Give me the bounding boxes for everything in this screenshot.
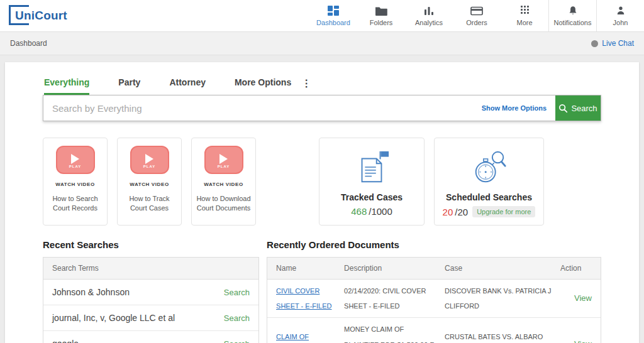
nav-item-more[interactable]: More bbox=[501, 0, 548, 31]
ordered-documents-section: Recently Ordered Documents Name Descript… bbox=[267, 239, 601, 343]
user-icon bbox=[615, 6, 626, 16]
search-button-label: Search bbox=[571, 104, 597, 113]
ordered-documents-header-row: Name Description Case Action bbox=[267, 258, 601, 280]
bell-icon bbox=[567, 6, 579, 16]
column-header-case: Case bbox=[445, 264, 555, 273]
video-card-title: How to Track Court Cases bbox=[121, 194, 178, 214]
cards-row: PLAY WATCH VIDEO How to Search Court Rec… bbox=[43, 138, 601, 226]
tab-everything[interactable]: Everything bbox=[44, 77, 89, 95]
column-header-action: Action bbox=[560, 264, 592, 273]
table-row: CIVIL COVER SHEET - E-FILED 02/14/2020: … bbox=[267, 280, 601, 318]
tracked-cases-count: 468 /1000 bbox=[351, 206, 392, 217]
scheduled-searches-title: Scheduled Searches bbox=[446, 192, 532, 202]
tab-party[interactable]: Party bbox=[118, 77, 140, 95]
nav-item-folders[interactable]: Folders bbox=[357, 0, 405, 31]
dashboard-grid-icon bbox=[328, 6, 339, 16]
document-description-cell: MONEY CLAIM OF PLAINTIFF FOR $1,500.00 F… bbox=[344, 322, 440, 343]
logo-text: UniCourt bbox=[15, 9, 67, 23]
live-chat-button[interactable]: Live Chat bbox=[591, 39, 634, 48]
play-button-icon[interactable]: PLAY bbox=[130, 146, 169, 174]
nav-label: Orders bbox=[466, 19, 487, 26]
view-link[interactable]: View bbox=[574, 293, 592, 303]
tracked-used: 468 bbox=[351, 206, 367, 217]
document-action-cell: View bbox=[560, 290, 592, 308]
cards-spacer bbox=[265, 138, 309, 226]
kebab-menu-icon[interactable]: ⋮ bbox=[301, 77, 311, 95]
table-row: CLAIM OF PLAINTIFF MONEY CLAIM OF PLAINT… bbox=[267, 318, 601, 343]
search-input[interactable] bbox=[43, 95, 482, 121]
column-header-name: Name bbox=[276, 264, 339, 273]
table-row: google Search bbox=[43, 331, 258, 343]
ordered-documents-title: Recently Ordered Documents bbox=[267, 239, 601, 250]
ordered-documents-table: Name Description Case Action CIVIL COVER… bbox=[267, 257, 601, 343]
top-navigation: UniCourt Dashboard Folders bbox=[0, 0, 644, 31]
search-term: google bbox=[52, 339, 79, 343]
nav-label: Folders bbox=[370, 19, 393, 26]
show-more-options-link[interactable]: Show More Options bbox=[482, 104, 547, 112]
play-label: PLAY bbox=[69, 165, 81, 168]
search-bar: Show More Options Search bbox=[43, 95, 601, 121]
tracked-limit: /1000 bbox=[369, 206, 392, 217]
unicourt-dashboard-page: UniCourt Dashboard Folders bbox=[0, 0, 644, 343]
tracked-cases-card[interactable]: Tracked Cases 468 /1000 bbox=[319, 138, 425, 226]
search-button[interactable]: Search bbox=[555, 95, 601, 121]
recent-searches-section: Recent Searches Search Terms Johnson & J… bbox=[43, 239, 259, 343]
play-triangle-icon bbox=[71, 154, 79, 164]
tab-attorney[interactable]: Attorney bbox=[169, 77, 206, 95]
scheduled-searches-card[interactable]: Scheduled Searches 20 /20 Upgrade for mo… bbox=[434, 138, 544, 226]
video-card-track-cases[interactable]: PLAY WATCH VIDEO How to Track Court Case… bbox=[117, 138, 182, 226]
main-area: Everything Party Attorney More Options ⋮… bbox=[0, 55, 644, 343]
play-label: PLAY bbox=[143, 165, 155, 168]
search-again-link[interactable]: Search bbox=[224, 313, 250, 323]
upgrade-for-more-button[interactable]: Upgrade for more bbox=[472, 206, 535, 217]
column-header-description: Description bbox=[344, 264, 440, 273]
document-case-cell: CRUSTAL BATES VS. ALBARO LOPEZ DBA AL'S … bbox=[445, 329, 555, 343]
bottom-section: Recent Searches Search Terms Johnson & J… bbox=[43, 239, 601, 343]
unicourt-logo[interactable]: UniCourt bbox=[9, 4, 84, 28]
scheduled-limit: /20 bbox=[455, 207, 468, 217]
nav-items: Dashboard Folders Analytics bbox=[309, 0, 644, 31]
content-card: Everything Party Attorney More Options ⋮… bbox=[5, 62, 639, 343]
search-again-link[interactable]: Search bbox=[224, 288, 250, 297]
document-description-cell: 02/14/2020: CIVIL COVER SHEET - E-FILED bbox=[344, 283, 440, 313]
stopwatch-magnifier-icon bbox=[470, 147, 509, 188]
search-again-link[interactable]: Search bbox=[224, 339, 250, 343]
breadcrumb-bar: Dashboard Live Chat bbox=[0, 31, 644, 55]
watch-video-label: WATCH VIDEO bbox=[204, 182, 243, 187]
live-chat-label: Live Chat bbox=[602, 39, 634, 48]
document-link[interactable]: CIVIL COVER SHEET - E-FILED bbox=[276, 287, 331, 310]
nav-item-user[interactable]: John bbox=[596, 0, 644, 31]
recent-searches-title: Recent Searches bbox=[43, 239, 259, 250]
document-name-cell: CIVIL COVER SHEET - E-FILED bbox=[276, 283, 339, 313]
document-link[interactable]: CLAIM OF PLAINTIFF bbox=[276, 333, 311, 343]
search-icon bbox=[558, 104, 568, 113]
nav-label: Dashboard bbox=[316, 19, 350, 26]
watch-video-label: WATCH VIDEO bbox=[55, 182, 94, 187]
tracked-cases-title: Tracked Cases bbox=[341, 192, 402, 202]
search-term: journal, Inc, v, Google LLC et al bbox=[52, 313, 175, 323]
play-button-icon[interactable]: PLAY bbox=[56, 146, 95, 174]
nav-label: More bbox=[516, 19, 532, 26]
search-term: Johnson & Johnson bbox=[52, 287, 130, 297]
nav-item-orders[interactable]: Orders bbox=[453, 0, 501, 31]
video-card-title: How to Download Court Documents bbox=[195, 194, 252, 214]
document-action-cell: View bbox=[560, 335, 592, 343]
play-label: PLAY bbox=[218, 165, 230, 168]
nav-item-analytics[interactable]: Analytics bbox=[405, 0, 453, 31]
view-link[interactable]: View bbox=[574, 339, 592, 343]
tab-more-options[interactable]: More Options bbox=[235, 77, 291, 95]
nav-item-notifications[interactable]: Notifications bbox=[548, 0, 596, 31]
video-card-download-documents[interactable]: PLAY WATCH VIDEO How to Download Court D… bbox=[191, 138, 256, 226]
table-row: Johnson & Johnson Search bbox=[43, 280, 258, 305]
nav-item-dashboard[interactable]: Dashboard bbox=[309, 0, 357, 31]
nav-label: Notifications bbox=[554, 19, 592, 26]
video-card-search-records[interactable]: PLAY WATCH VIDEO How to Search Court Rec… bbox=[43, 138, 108, 226]
tracked-document-flag-icon bbox=[353, 147, 390, 188]
bar-chart-icon bbox=[423, 6, 435, 16]
folder-icon bbox=[375, 6, 387, 16]
nav-label: John bbox=[613, 19, 628, 26]
table-row: journal, Inc, v, Google LLC et al Search bbox=[43, 305, 258, 331]
recent-searches-header: Search Terms bbox=[43, 258, 258, 280]
scheduled-searches-count: 20 /20 Upgrade for more bbox=[443, 206, 536, 217]
play-button-icon[interactable]: PLAY bbox=[204, 146, 243, 174]
